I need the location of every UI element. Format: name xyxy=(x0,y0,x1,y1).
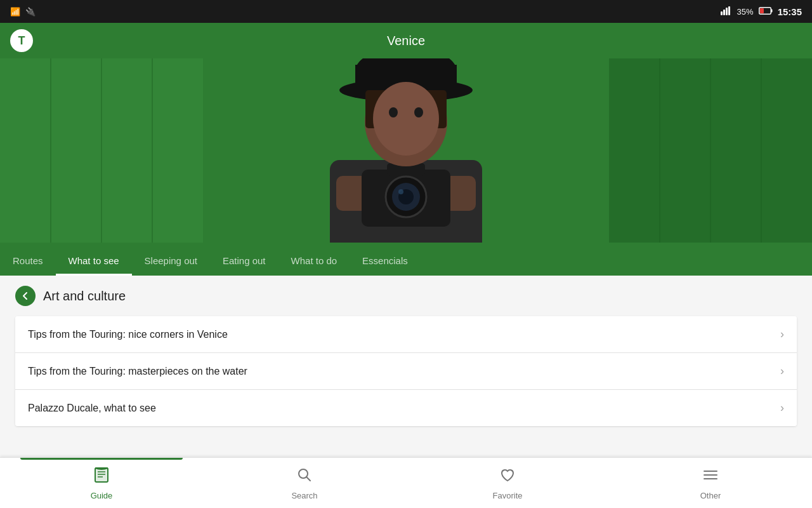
section-title: Art and culture xyxy=(43,289,126,304)
signal-icon xyxy=(721,6,732,17)
svg-line-40 xyxy=(306,477,310,481)
nav-search-label: Search xyxy=(291,491,317,500)
tab-what-to-see[interactable]: What to see xyxy=(56,243,132,276)
section-header: Art and culture xyxy=(0,276,812,316)
svg-rect-5 xyxy=(771,9,772,12)
nav-favorite-label: Favorite xyxy=(493,491,523,500)
tab-routes[interactable]: Routes xyxy=(0,243,56,276)
nav-other[interactable]: Other xyxy=(609,458,812,508)
status-right-icons: 35% 15:35 xyxy=(721,6,802,17)
bottom-nav: Guide Search Favorite Other xyxy=(0,457,812,508)
battery-percentage: 35% xyxy=(737,7,754,17)
svg-rect-6 xyxy=(760,8,764,13)
list-item[interactable]: Tips from the Touring: masterpieces on t… xyxy=(15,353,797,390)
list-item-text: Tips from the Touring: masterpieces on t… xyxy=(28,366,247,377)
tabs-bar: Routes What to see Sleeping out Eating o… xyxy=(0,243,812,276)
app-logo[interactable]: T xyxy=(10,29,33,52)
svg-rect-1 xyxy=(723,10,725,15)
list-item-text: Tips from the Touring: nice corners in V… xyxy=(28,329,228,340)
menu-icon xyxy=(702,466,719,488)
svg-rect-2 xyxy=(726,8,728,15)
list-container: Tips from the Touring: nice corners in V… xyxy=(15,316,797,426)
tab-sleeping-out[interactable]: Sleeping out xyxy=(132,243,210,276)
search-icon xyxy=(296,466,313,488)
nav-search[interactable]: Search xyxy=(203,458,406,508)
chevron-right-icon: › xyxy=(780,328,784,341)
list-item[interactable]: Palazzo Ducale, what to see › xyxy=(15,390,797,426)
hero-image xyxy=(0,58,812,243)
status-bar: 📶 🔌 35% 15:35 xyxy=(0,0,812,23)
app-bar: T Venice xyxy=(0,23,812,58)
wifi-signal-icon: 📶 xyxy=(10,7,20,17)
battery-icon xyxy=(759,7,773,17)
svg-point-24 xyxy=(398,189,403,194)
tab-eating-out[interactable]: Eating out xyxy=(210,243,278,276)
time-display: 15:35 xyxy=(778,6,802,17)
tab-essencials[interactable]: Essencials xyxy=(350,243,421,276)
book-icon xyxy=(93,466,110,488)
nav-other-label: Other xyxy=(700,491,721,500)
nav-guide-label: Guide xyxy=(91,491,113,500)
chevron-right-icon: › xyxy=(780,401,784,415)
heart-icon xyxy=(499,466,516,488)
app-title: Venice xyxy=(387,34,425,48)
svg-point-33 xyxy=(414,107,423,117)
svg-rect-3 xyxy=(728,6,730,15)
nav-guide[interactable]: Guide xyxy=(0,458,203,508)
svg-rect-34 xyxy=(95,468,108,482)
back-button[interactable] xyxy=(15,286,36,306)
svg-point-31 xyxy=(373,82,439,156)
nav-favorite[interactable]: Favorite xyxy=(406,458,609,508)
svg-point-32 xyxy=(389,107,398,117)
status-left-icons: 📶 🔌 xyxy=(10,7,36,17)
usb-icon: 🔌 xyxy=(25,7,36,17)
list-item[interactable]: Tips from the Touring: nice corners in V… xyxy=(15,316,797,353)
list-item-text: Palazzo Ducale, what to see xyxy=(28,403,156,414)
svg-rect-0 xyxy=(721,11,723,15)
tab-what-to-do[interactable]: What to do xyxy=(278,243,350,276)
chevron-right-icon: › xyxy=(780,364,784,378)
